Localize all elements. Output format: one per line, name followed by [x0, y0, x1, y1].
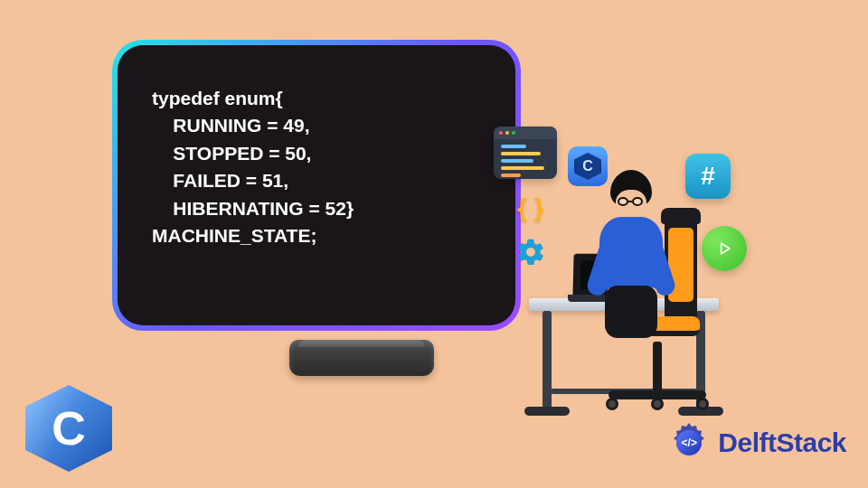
window-max-dot — [512, 131, 515, 135]
brand-logo: </> — [667, 421, 711, 465]
play-icon — [702, 226, 747, 271]
desk-leg-left — [542, 311, 552, 410]
braces-symbol: { } — [517, 193, 544, 221]
code-line-5: HIBERNATING = 52} — [152, 198, 354, 219]
hash-icon: # — [685, 154, 731, 199]
c-logo-letter: C — [52, 401, 86, 455]
code-line-3: STOPPED = 50, — [152, 143, 311, 164]
code-block: typedef enum{ RUNNING = 49, STOPPED = 50… — [152, 85, 481, 250]
editor-lines — [494, 139, 557, 183]
brand-logo-text: </> — [682, 436, 697, 449]
code-display-screen: typedef enum{ RUNNING = 49, STOPPED = 50… — [118, 45, 515, 325]
editor-titlebar — [494, 127, 557, 139]
code-line-6: MACHINE_STATE; — [152, 225, 316, 246]
window-min-dot — [505, 131, 509, 135]
play-triangle-icon — [715, 239, 733, 258]
code-line-2: RUNNING = 49, — [152, 115, 309, 136]
code-line-4: FAILED = 51, — [152, 170, 288, 191]
code-editor-icon — [494, 127, 557, 179]
screen-stand — [289, 340, 434, 376]
braces-icon: { } — [517, 193, 544, 222]
brand-mark: </> DelftStack — [667, 421, 846, 465]
c-language-logo-icon: C — [25, 385, 112, 472]
gear-icon — [515, 237, 546, 267]
window-close-dot — [499, 131, 503, 135]
hash-symbol: # — [701, 162, 715, 191]
code-line-1: typedef enum{ — [152, 88, 283, 108]
brand-name: DelftStack — [718, 427, 846, 458]
chair-wheel — [696, 398, 709, 410]
desk-foot-left — [524, 407, 570, 416]
glasses-icon — [618, 197, 645, 206]
person-legs — [605, 286, 657, 338]
developer-illustration — [574, 170, 683, 405]
